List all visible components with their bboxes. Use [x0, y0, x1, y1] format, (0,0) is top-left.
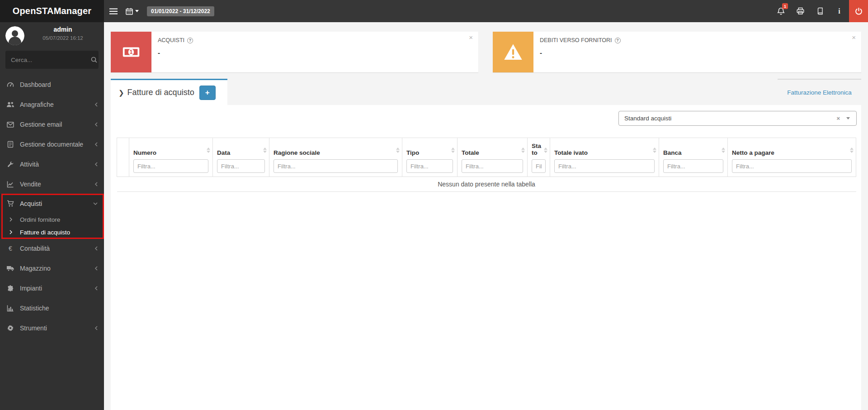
- sort-icons[interactable]: [207, 148, 210, 153]
- truck-icon: [6, 265, 14, 272]
- sort-icons[interactable]: [544, 148, 547, 153]
- tab-fatture-di-acquisto[interactable]: ❯ Fatture di acquisto +: [111, 79, 227, 105]
- column-totale[interactable]: Totale: [458, 138, 528, 177]
- column-data[interactable]: Data: [213, 138, 269, 177]
- user-panel: admin 05/07/2022 16:12: [0, 22, 104, 51]
- sort-asc-icon: [521, 148, 525, 150]
- chevron-left-icon: [95, 122, 98, 127]
- document-icon: [6, 141, 14, 148]
- book-icon: [816, 7, 824, 15]
- puzzle-icon: [6, 285, 14, 292]
- content-area: 1 ACQUISTI ? - × DEBITI VERSO FORNITORI …: [104, 22, 868, 410]
- date-range-badge[interactable]: 01/01/2022 - 31/12/2022: [147, 6, 214, 16]
- sort-desc-icon: [207, 151, 210, 153]
- filter-stato-input[interactable]: [532, 159, 546, 173]
- sidebar-toggle-button[interactable]: [109, 8, 118, 14]
- sort-desc-icon: [521, 151, 525, 153]
- column-banca[interactable]: Banca: [659, 138, 728, 177]
- sidebar-item-statistiche[interactable]: Statistiche: [0, 298, 104, 318]
- user-name: admin: [27, 26, 99, 33]
- sort-icons[interactable]: [722, 148, 725, 153]
- sidebar-item-impianti[interactable]: Impianti: [0, 278, 104, 298]
- clear-icon[interactable]: ×: [830, 115, 846, 122]
- sort-icons[interactable]: [521, 148, 525, 153]
- sidebar-item-attivita[interactable]: Attività: [0, 154, 104, 174]
- main-panel: Standard acquisti × Numero Data: [111, 105, 861, 410]
- select-caret-icon: [846, 117, 850, 119]
- column-select: [117, 138, 129, 177]
- column-totale-ivato[interactable]: Totale ivato: [550, 138, 659, 177]
- sidebar-group-acquisti: Acquisti Ordini fornitore Fatture di acq…: [0, 194, 104, 238]
- sidebar-item-vendite[interactable]: Vendite: [0, 174, 104, 194]
- calendar-menu-button[interactable]: [126, 8, 139, 15]
- sidebar-item-anagrafiche[interactable]: Anagrafiche: [0, 95, 104, 114]
- docs-button[interactable]: [810, 0, 830, 22]
- plugin-select[interactable]: Standard acquisti ×: [618, 111, 857, 126]
- wrench-icon: [6, 161, 14, 168]
- sort-desc-icon: [396, 151, 400, 153]
- warning-icon: [493, 32, 533, 72]
- filter-totale-input[interactable]: [462, 159, 523, 173]
- chevron-right-icon: [9, 230, 12, 234]
- sidebar-item-dashboard[interactable]: Dashboard: [0, 75, 104, 95]
- sidebar: admin 05/07/2022 16:12 Dashboard: [0, 22, 104, 410]
- euro-icon: €: [6, 245, 14, 252]
- filter-tipo-input[interactable]: [406, 159, 453, 173]
- sort-icons[interactable]: [263, 148, 267, 153]
- column-numero[interactable]: Numero: [129, 138, 213, 177]
- sidebar-menu: Dashboard Anagrafiche: [0, 75, 104, 338]
- filter-numero-input[interactable]: [133, 159, 208, 173]
- infobox-value: -: [158, 49, 193, 57]
- sort-asc-icon: [451, 148, 455, 150]
- sidebar-item-acquisti[interactable]: Acquisti: [0, 194, 104, 213]
- sort-icons[interactable]: [451, 148, 455, 153]
- dashboard-icon: [6, 81, 14, 88]
- sidebar-item-magazzino[interactable]: Magazzino: [0, 258, 104, 278]
- column-ragione-sociale[interactable]: Ragione sociale: [269, 138, 402, 177]
- search-input[interactable]: [11, 57, 91, 63]
- sidebar-item-contabilita[interactable]: € Contabilità: [0, 238, 104, 258]
- sidebar-item-strumenti[interactable]: Strumenti: [0, 318, 104, 338]
- infobox-debiti-verso-fornitori: DEBITI VERSO FORNITORI ? - ×: [493, 32, 861, 72]
- info-button[interactable]: i: [830, 0, 849, 22]
- add-invoice-button[interactable]: +: [199, 86, 216, 100]
- column-stato[interactable]: Stato: [528, 138, 550, 177]
- sort-icons[interactable]: [850, 148, 854, 153]
- filter-totale-ivato-input[interactable]: [554, 159, 655, 173]
- sidebar-item-ordini-fornitore[interactable]: Ordini fornitore: [0, 213, 104, 226]
- sort-icons[interactable]: [396, 148, 400, 153]
- sidebar-item-fatture-di-acquisto[interactable]: Fatture di acquisto: [0, 226, 104, 238]
- column-netto-a-pagare[interactable]: Netto a pagare: [728, 138, 856, 177]
- sort-asc-icon: [544, 148, 547, 150]
- column-tipo[interactable]: Tipo: [402, 138, 458, 177]
- sidebar-item-gestione-documentale[interactable]: Gestione documentale: [0, 134, 104, 154]
- sort-asc-icon: [396, 148, 400, 150]
- printer-icon: [797, 7, 804, 15]
- chevron-left-icon: [95, 142, 98, 147]
- infobox-acquisti: 1 ACQUISTI ? - ×: [111, 32, 478, 72]
- filter-banca-input[interactable]: [663, 159, 723, 173]
- envelope-icon: [6, 122, 14, 128]
- sort-desc-icon: [263, 151, 267, 153]
- sidebar-search: [5, 51, 99, 69]
- sidebar-item-gestione-email[interactable]: Gestione email: [0, 114, 104, 134]
- print-button[interactable]: [791, 0, 810, 22]
- help-icon[interactable]: ?: [615, 38, 621, 43]
- notifications-button[interactable]: 1: [771, 0, 791, 22]
- sort-asc-icon: [850, 148, 854, 150]
- sort-desc-icon: [653, 151, 656, 153]
- logout-button[interactable]: [849, 0, 868, 22]
- filter-data-input[interactable]: [217, 159, 265, 173]
- notification-count-badge: 1: [782, 3, 788, 9]
- help-icon[interactable]: ?: [187, 38, 193, 43]
- infobox-label: DEBITI VERSO FORNITORI: [540, 37, 612, 43]
- close-icon[interactable]: ×: [850, 33, 857, 42]
- fatturazione-elettronica-link[interactable]: Fatturazione Elettronica: [787, 89, 852, 96]
- sort-desc-icon: [722, 151, 725, 153]
- filter-netto-a-pagare-input[interactable]: [732, 159, 852, 173]
- search-icon[interactable]: [91, 57, 97, 63]
- close-icon[interactable]: ×: [467, 33, 474, 42]
- sort-icons[interactable]: [653, 148, 656, 153]
- filter-ragione-sociale-input[interactable]: [274, 159, 398, 173]
- tab-fatturazione-elettronica[interactable]: Fatturazione Elettronica: [778, 79, 861, 105]
